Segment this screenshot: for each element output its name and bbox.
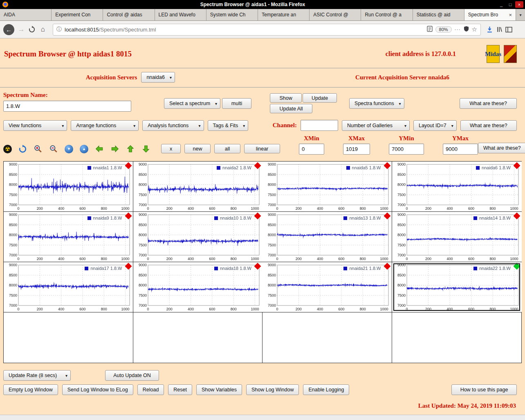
reload-button[interactable] [28, 26, 36, 33]
view-functions-dropdown[interactable]: View functions [3, 120, 67, 131]
arrange-functions-label: Arrange functions [76, 123, 116, 128]
linear-button[interactable]: linear [244, 144, 280, 153]
enable-logging-button[interactable]: Enable Logging [303, 384, 349, 395]
maximize-button[interactable]: □ [506, 1, 514, 8]
spectrum-plot-cell[interactable]: nnaida10 1.8.W [133, 212, 263, 262]
spectrum-plot-canvas [262, 212, 392, 262]
spectrum-plot-cell[interactable]: nnaida2 1.8.W [133, 162, 263, 212]
tab-statistics-aid[interactable]: Statistics @ aid [413, 9, 464, 20]
reset-button[interactable]: Reset [168, 384, 192, 395]
arrow-up-icon[interactable] [126, 144, 135, 153]
spectrum-plot-cell[interactable]: nnaida5 1.8.W [262, 162, 392, 212]
x-button[interactable]: x [161, 144, 181, 153]
update-button[interactable]: Update [303, 93, 337, 103]
page-actions-icon[interactable]: ··· [455, 27, 461, 32]
home-button[interactable]: ⌂ [38, 25, 47, 34]
empty-log-window-button[interactable]: Empty Log Window [3, 384, 58, 395]
show-log-window-button[interactable]: Show Log Window [246, 384, 299, 395]
multi-button[interactable]: multi [222, 98, 251, 109]
show-variables-button[interactable]: Show Variables [196, 384, 242, 395]
zoom-out-icon[interactable] [49, 144, 58, 153]
scroll-down-icon[interactable]: ▼ [65, 145, 73, 153]
auto-update-button[interactable]: Auto Update ON [105, 370, 159, 381]
tab-aida[interactable]: AIDA [0, 9, 52, 20]
acquisition-server-select[interactable]: nnaida6 [141, 72, 175, 83]
arrange-functions-dropdown[interactable]: Arrange functions [71, 120, 139, 131]
tracking-shield-icon[interactable] [464, 26, 469, 34]
bookmark-star-icon[interactable]: ☆ [472, 26, 477, 33]
tab-system-wide-ch[interactable]: System wide Ch [206, 9, 258, 20]
spectrum-plot-cell[interactable]: nnaida1 1.8.W [4, 162, 133, 212]
how-to-use-button[interactable]: How to use this page [451, 384, 517, 395]
sidebar-toggle-icon[interactable] [505, 27, 512, 33]
what-are-these-button-3[interactable]: What are these? [478, 143, 525, 153]
tab-experiment-con[interactable]: Experiment Con [52, 9, 103, 20]
url-text[interactable]: localhost:8015/Spectrum/Spectrum.tml [65, 27, 424, 33]
tags-fits-dropdown[interactable]: Tags & Fits [208, 120, 249, 131]
xmin-input[interactable] [299, 144, 324, 155]
zoom-in-icon[interactable] [34, 144, 43, 153]
horizontal-scrollbar[interactable] [0, 415, 525, 420]
radiation-icon[interactable]: ☢ [3, 145, 12, 153]
update-rate-dropdown[interactable]: Update Rate (8 secs) [3, 370, 71, 381]
minimize-button[interactable]: _ [497, 1, 505, 8]
list-all-tabs-button[interactable]: ▾ [516, 9, 525, 20]
spectrum-name-label: Spectrum Name: [3, 92, 131, 99]
spectrum-name-input[interactable] [3, 101, 131, 112]
spectra-functions-dropdown[interactable]: Spectra functions [349, 98, 404, 109]
ymin-input[interactable] [389, 144, 424, 155]
close-button[interactable]: × [515, 1, 523, 8]
tab-control-aidas[interactable]: Control @ aidas [103, 9, 155, 20]
library-icon[interactable] [496, 26, 503, 33]
all-button[interactable]: all [214, 144, 240, 153]
spectrum-plot-cell[interactable]: nnaida13 1.8.W [262, 212, 392, 262]
tab-spectrum-bro[interactable]: Spectrum Bro× [464, 9, 516, 20]
show-button[interactable]: Show [270, 93, 302, 103]
tab-close-icon[interactable]: × [509, 12, 512, 18]
site-info-icon[interactable]: ⓘ [56, 26, 62, 33]
tab-asic-control[interactable]: ASIC Control @ [310, 9, 361, 20]
spectrum-plot-cell[interactable]: nnaida14 1.8.W [392, 212, 522, 262]
url-bar[interactable]: ⓘ localhost:8015/Spectrum/Spectrum.tml 8… [53, 24, 481, 36]
ymax-input[interactable] [443, 144, 478, 155]
tcl-logo [504, 45, 517, 63]
analysis-functions-dropdown[interactable]: Analysis functions [142, 120, 204, 131]
refresh-icon[interactable] [18, 145, 27, 153]
reload-button[interactable]: Reload [137, 384, 164, 395]
galleries-dropdown[interactable]: Number of Galleries [342, 120, 410, 131]
new-button[interactable]: new [184, 144, 211, 153]
spectra-functions-group: Spectra functions [349, 98, 404, 109]
update-all-button[interactable]: Update All [270, 104, 312, 113]
scroll-up-icon[interactable]: ▲ [80, 145, 88, 153]
arrow-left-icon[interactable] [95, 144, 104, 153]
ymin-label: YMin [399, 135, 414, 142]
menu-icon[interactable] [515, 27, 522, 32]
send-log-window-to-elog-button[interactable]: Send Log Window to ELog [62, 384, 133, 395]
channel-input[interactable] [301, 120, 338, 131]
spectrum-plot-cell[interactable]: nnaida17 1.8.W [4, 262, 133, 312]
tab-run-control-a[interactable]: Run Control @ a [361, 9, 413, 20]
what-are-these-button-1[interactable]: What are these? [460, 98, 517, 109]
tab-temperature-an[interactable]: Temperature an [258, 9, 310, 20]
zoom-level-badge[interactable]: 80% [435, 26, 452, 33]
arrow-right-icon[interactable] [110, 144, 119, 153]
arrow-down-icon[interactable] [141, 144, 150, 153]
select-spectrum-dropdown[interactable]: Select a spectrum [164, 98, 220, 109]
download-icon[interactable] [486, 26, 493, 33]
page-header: Spectrum Browser @ http aidas1 8015 clie… [0, 38, 525, 68]
spectrum-plot-cell[interactable]: nnaida22 1.8.W [392, 262, 522, 312]
client-address: client address is 127.0.0.1 [386, 50, 456, 58]
layout-id-dropdown[interactable]: Layout ID=7 [413, 120, 457, 131]
reader-mode-icon[interactable] [427, 26, 433, 34]
back-button[interactable]: ← [3, 24, 14, 35]
navigation-toolbar: ← → ⌂ ⓘ localhost:8015/Spectrum/Spectrum… [0, 21, 525, 38]
xmax-input[interactable] [343, 144, 370, 155]
spectrum-plot-cell[interactable]: nnaida6 1.8.W [392, 162, 522, 212]
spectrum-plot-cell[interactable]: nnaida18 1.8.W [133, 262, 263, 312]
spectrum-grid: nnaida1 1.8.Wnnaida2 1.8.Wnnaida5 1.8.Wn… [3, 161, 522, 363]
what-are-these-button-2[interactable]: What are these? [460, 120, 517, 131]
tab-led-and-wavefo[interactable]: LED and Wavefo [155, 9, 206, 20]
forward-button[interactable]: → [17, 25, 25, 34]
spectrum-plot-cell[interactable]: nnaida21 1.8.W [262, 262, 392, 312]
spectrum-plot-cell[interactable]: nnaida9 1.8.W [4, 212, 133, 262]
